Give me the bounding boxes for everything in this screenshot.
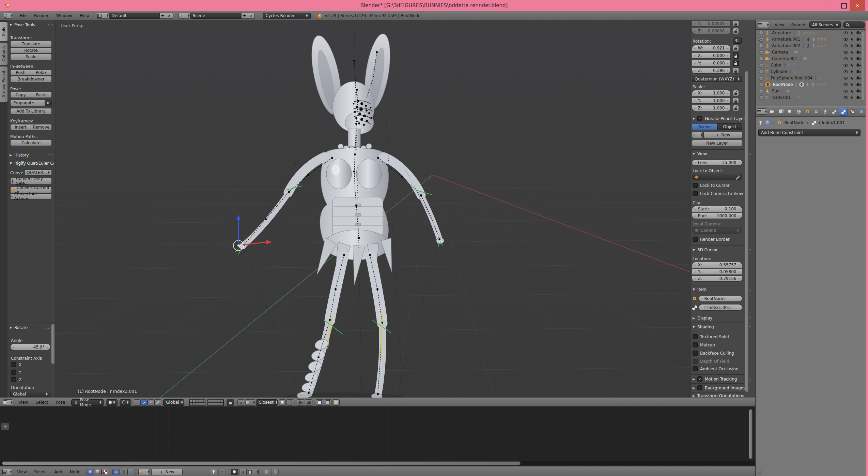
- tab-scene[interactable]: [786, 108, 794, 115]
- rotation-mode-select[interactable]: Quaternion (WXYZ)▲▼: [692, 76, 742, 82]
- delete-layout-button[interactable]: ×: [166, 13, 173, 19]
- render-engine-select[interactable]: Cycles Render ▲▼: [263, 13, 311, 19]
- expand-icon[interactable]: [759, 31, 763, 35]
- minimize-button[interactable]: –: [826, 0, 835, 11]
- vp-menu-select[interactable]: Select: [34, 398, 49, 407]
- vp-menu-view[interactable]: View: [17, 398, 29, 407]
- rigify-mode-select[interactable]: QUATER...▲▼: [25, 169, 52, 176]
- expand-icon[interactable]: [759, 50, 763, 55]
- camera-icon[interactable]: [856, 37, 861, 42]
- gp-datablock-icon-button[interactable]: ▲▼: [692, 132, 703, 138]
- ambient-occlusion-checkbox[interactable]: [693, 366, 698, 371]
- clip-start-field[interactable]: Start:0.100: [692, 206, 742, 212]
- cursor-arrow-icon[interactable]: [850, 50, 854, 55]
- lock-y-button[interactable]: [733, 20, 739, 27]
- cursor-arrow-icon[interactable]: [850, 83, 854, 87]
- transform-orientation-select[interactable]: Global▲▼: [163, 399, 184, 406]
- viewport-editor-type-button[interactable]: ▲▼: [3, 399, 13, 405]
- rotate-operator-header[interactable]: ▼Rotate: [10, 325, 28, 330]
- expand-icon[interactable]: [759, 63, 763, 68]
- scale-z-field[interactable]: Z:1.000: [692, 105, 731, 111]
- menu-window[interactable]: Window: [55, 11, 74, 20]
- camera-icon[interactable]: [856, 83, 861, 87]
- background-images-panel-header[interactable]: ▶ Background Images: [693, 385, 745, 390]
- eye-icon[interactable]: [843, 89, 848, 93]
- outliner-row-cube[interactable]: ▽ Cube| ▽: [756, 62, 866, 69]
- rotation-4l-badge[interactable]: 4L: [733, 38, 742, 44]
- viewport-shading-select[interactable]: ▲▼: [106, 399, 118, 406]
- insert-keyframe-button[interactable]: Insert: [10, 124, 31, 130]
- opengl-render-button[interactable]: [297, 399, 304, 406]
- textured-solid-row[interactable]: Textured Solid: [693, 334, 729, 339]
- axis-y-row[interactable]: Y: [11, 370, 21, 375]
- add-scene-button[interactable]: +: [241, 13, 248, 19]
- tab-armature-data[interactable]: [821, 108, 829, 115]
- cursor-arrow-icon[interactable]: [850, 44, 854, 48]
- lock-scale-x-button[interactable]: [733, 90, 739, 96]
- camera-icon[interactable]: [856, 63, 861, 68]
- node-vscroll-thumb[interactable]: [749, 409, 753, 459]
- camera-icon[interactable]: [856, 50, 861, 55]
- add-bone-constraint-button[interactable]: Add Bone Constraint ▲▼: [758, 129, 861, 136]
- textured-solid-checkbox[interactable]: [693, 334, 698, 339]
- expand-region-button[interactable]: +: [1, 423, 9, 430]
- node-menu-view[interactable]: View: [16, 467, 28, 476]
- paste-pose-button[interactable]: Paste: [31, 92, 52, 98]
- cursor-z-field[interactable]: Z:0.79156: [692, 276, 742, 282]
- paste-node-button[interactable]: [271, 469, 279, 475]
- shading-panel-header[interactable]: ▼Shading: [693, 325, 714, 329]
- camera-icon[interactable]: [856, 89, 861, 93]
- gp-source-scene-button[interactable]: Scene: [692, 123, 717, 130]
- convert-only-selected-button[interactable]: Convert Only Sele...: [10, 178, 52, 184]
- axis-x-checkbox[interactable]: [11, 362, 16, 367]
- node-menu-node[interactable]: Node: [68, 467, 82, 476]
- add-to-library-button[interactable]: Add To Library: [10, 108, 52, 114]
- breadcrumb-object[interactable]: RootNode: [785, 120, 805, 125]
- expand-icon[interactable]: [759, 83, 763, 87]
- screen-layout-icon-button[interactable]: ▲▼: [97, 13, 109, 19]
- rotation-y-field[interactable]: Y:0.000: [692, 60, 731, 66]
- matcap-row[interactable]: Matcap: [693, 342, 715, 347]
- calculate-paths-button[interactable]: Calculate: [10, 140, 52, 146]
- expand-icon[interactable]: [759, 37, 763, 42]
- scene-name[interactable]: Scene: [190, 13, 241, 19]
- axis-x-row[interactable]: X: [11, 362, 21, 367]
- tab-tools[interactable]: Tools: [0, 22, 8, 42]
- go-parent-node-button[interactable]: ⬆: [218, 469, 226, 475]
- pose-tools-header[interactable]: ▼Pose Tools: [10, 23, 35, 27]
- expand-icon[interactable]: [759, 89, 763, 93]
- delete-scene-button[interactable]: ×: [248, 13, 255, 19]
- axis-y-checkbox[interactable]: [11, 370, 16, 375]
- outliner-row-rootnode[interactable]: RootNode| ▽▽▽: [756, 81, 866, 88]
- orientation-select[interactable]: Global▲▼: [10, 391, 50, 397]
- ambient-occlusion-row[interactable]: Ambient Occlusion: [693, 366, 738, 371]
- outliner-row-camera[interactable]: Camera|: [756, 49, 866, 56]
- snap-target-select[interactable]: Closest▲▼: [256, 399, 278, 406]
- rotate-button[interactable]: Rotate: [10, 47, 52, 54]
- maximize-button[interactable]: [841, 3, 847, 9]
- backface-culling-row[interactable]: Backface Culling: [693, 351, 734, 356]
- mode-select[interactable]: Pose Mode ▲▼: [71, 399, 104, 406]
- lock-scale-z-button[interactable]: [733, 105, 739, 111]
- cursor-arrow-icon[interactable]: [850, 57, 854, 61]
- tab-material[interactable]: [848, 108, 856, 115]
- shader-compositing-button[interactable]: [102, 469, 109, 475]
- outliner-row-cylinder[interactable]: ▽ Cylinder| ▽: [756, 68, 866, 75]
- expand-icon[interactable]: [759, 57, 763, 61]
- eyedropper-icon[interactable]: [735, 175, 740, 180]
- snap-node-button[interactable]: [231, 469, 238, 475]
- cursor-arrow-icon[interactable]: [850, 89, 854, 93]
- outliner-row-sun[interactable]: Sun|: [756, 88, 866, 94]
- eye-icon[interactable]: [843, 70, 848, 74]
- motion-tracking-checkbox[interactable]: [697, 376, 702, 382]
- lock-rot-w-button[interactable]: [733, 45, 739, 51]
- location-z-field[interactable]: Z:0.00000: [692, 28, 731, 34]
- outliner-search-field[interactable]: [843, 21, 865, 28]
- location-y-field[interactable]: Y:0.00000: [692, 20, 731, 27]
- history-panel-header[interactable]: ▶History: [10, 153, 29, 158]
- outliner-row-polysphere[interactable]: ▽ PolySphere floof.004| ▽: [756, 75, 866, 81]
- camera-icon[interactable]: [856, 70, 861, 74]
- shader-material-button[interactable]: [87, 469, 94, 475]
- layer-grid-2[interactable]: [207, 399, 224, 406]
- outliner-menu-search[interactable]: Search: [790, 20, 806, 29]
